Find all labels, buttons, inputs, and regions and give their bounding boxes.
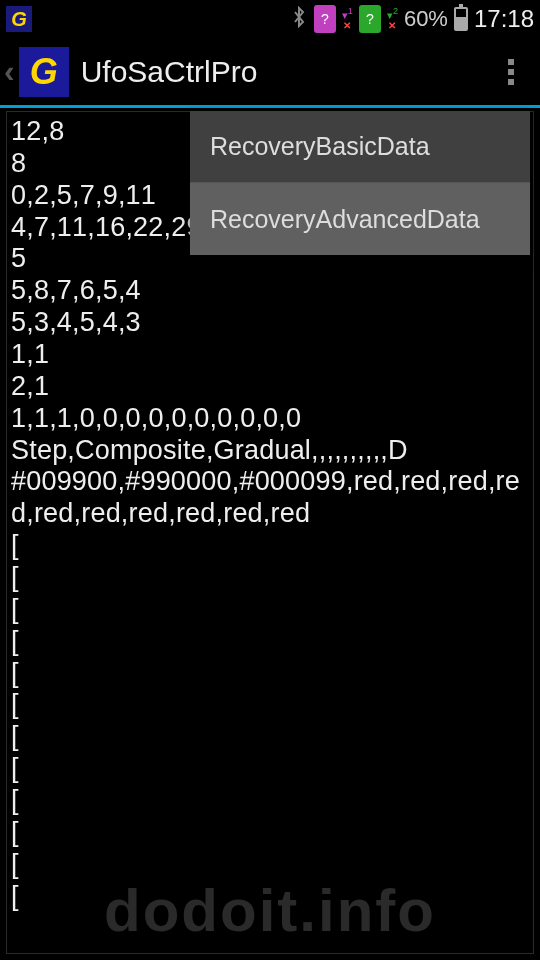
status-left: G	[6, 6, 32, 32]
back-button[interactable]: ‹	[4, 53, 15, 90]
battery-percent: 60%	[404, 6, 448, 32]
overflow-menu-button[interactable]	[496, 59, 536, 85]
sim-2-icon: ?	[359, 5, 381, 33]
sim-1-icon: ?	[314, 5, 336, 33]
bluetooth-icon	[290, 6, 308, 33]
action-bar: ‹ G UfoSaCtrlPro	[0, 38, 540, 108]
app-icon[interactable]: G	[19, 47, 69, 97]
status-right: ? ▾1 ✕ ? ▾2 ✕ 60% 17:18	[290, 5, 534, 33]
notification-app-icon: G	[6, 6, 32, 32]
battery-icon	[454, 7, 468, 31]
signal-1-icon: ▾1 ✕	[342, 7, 353, 31]
overflow-popup-menu: RecoveryBasicData RecoveryAdvancedData	[190, 111, 530, 255]
menu-item-recovery-advanced[interactable]: RecoveryAdvancedData	[190, 183, 530, 255]
signal-2-icon: ▾2 ✕	[387, 7, 398, 31]
menu-item-recovery-basic[interactable]: RecoveryBasicData	[190, 111, 530, 183]
status-bar: G ? ▾1 ✕ ? ▾2 ✕ 60% 17:18	[0, 0, 540, 38]
clock: 17:18	[474, 5, 534, 33]
app-title: UfoSaCtrlPro	[81, 55, 496, 89]
